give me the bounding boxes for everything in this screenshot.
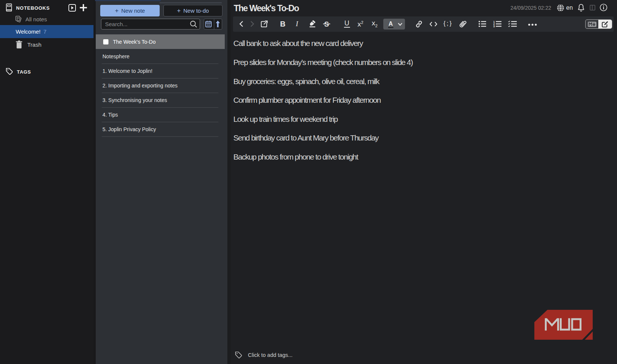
svg-text:3: 3 — [493, 25, 495, 27]
